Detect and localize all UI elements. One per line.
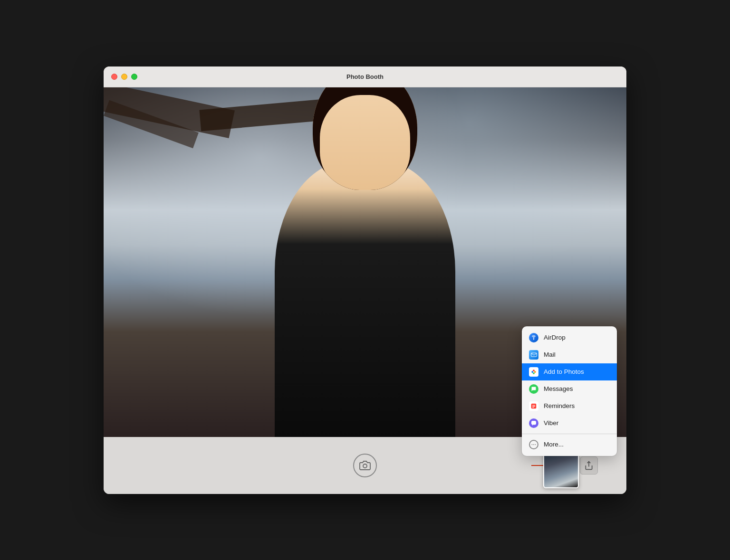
mail-icon-container xyxy=(528,350,539,360)
reminders-label: Reminders xyxy=(544,402,575,409)
popover-divider xyxy=(522,434,617,434)
share-button[interactable] xyxy=(580,456,598,475)
share-menu-item-messages[interactable]: Messages xyxy=(522,380,617,398)
photos-icon-svg xyxy=(530,368,538,376)
viber-label: Viber xyxy=(544,419,558,427)
reminders-icon-container xyxy=(528,401,539,411)
share-menu-item-viber[interactable]: Viber xyxy=(522,415,617,432)
minimize-button[interactable] xyxy=(121,74,127,80)
camera-shutter-button[interactable] xyxy=(353,454,377,477)
share-menu-item-more[interactable]: More... xyxy=(522,436,617,453)
messages-icon-svg xyxy=(531,386,537,392)
viber-icon xyxy=(529,418,538,428)
share-icon xyxy=(584,461,594,470)
more-icon xyxy=(529,440,538,449)
person-head xyxy=(313,87,417,190)
traffic-lights xyxy=(111,74,137,80)
person xyxy=(275,161,455,437)
svg-point-14 xyxy=(533,444,534,445)
messages-icon-container xyxy=(528,384,539,394)
photo-thumbnail[interactable] xyxy=(543,453,579,488)
more-icon-container xyxy=(528,439,539,450)
airdrop-icon-svg xyxy=(531,335,537,341)
camera-icon xyxy=(359,460,371,471)
mail-icon-svg xyxy=(531,352,537,357)
thumbnail-image xyxy=(544,454,578,487)
share-menu-item-mail[interactable]: Mail xyxy=(522,346,617,363)
close-button[interactable] xyxy=(111,74,117,80)
share-popover: AirDrop Mail xyxy=(522,326,617,456)
more-label: More... xyxy=(544,441,564,448)
maximize-button[interactable] xyxy=(131,74,137,80)
mail-label: Mail xyxy=(544,351,556,358)
reminders-icon xyxy=(529,401,538,411)
share-menu-item-airdrop[interactable]: AirDrop xyxy=(522,329,617,346)
svg-point-0 xyxy=(363,464,367,468)
share-menu-item-add-to-photos[interactable]: Add to Photos xyxy=(522,363,617,380)
viber-icon-container xyxy=(528,418,539,428)
photos-icon-container xyxy=(528,367,539,377)
messages-label: Messages xyxy=(544,385,573,392)
svg-point-15 xyxy=(535,444,536,445)
airdrop-icon-container xyxy=(528,332,539,343)
add-to-photos-label: Add to Photos xyxy=(544,368,584,375)
more-icon-svg xyxy=(531,442,537,447)
window-title: Photo Booth xyxy=(346,73,384,80)
messages-icon xyxy=(529,384,538,394)
mail-icon xyxy=(529,350,538,360)
photos-icon xyxy=(529,367,538,377)
share-menu-item-reminders[interactable]: Reminders xyxy=(522,398,617,415)
airdrop-icon xyxy=(529,333,538,342)
title-bar: Photo Booth xyxy=(104,66,626,87)
svg-rect-3 xyxy=(531,353,537,357)
photo-booth-window: Photo Booth xyxy=(104,66,626,494)
viber-icon-svg xyxy=(531,420,537,426)
svg-point-13 xyxy=(532,444,533,445)
airdrop-label: AirDrop xyxy=(544,334,566,341)
svg-point-2 xyxy=(533,337,535,339)
person-face xyxy=(320,95,410,190)
reminders-icon-svg xyxy=(530,403,537,409)
person-body xyxy=(275,161,455,437)
svg-point-8 xyxy=(533,371,534,372)
